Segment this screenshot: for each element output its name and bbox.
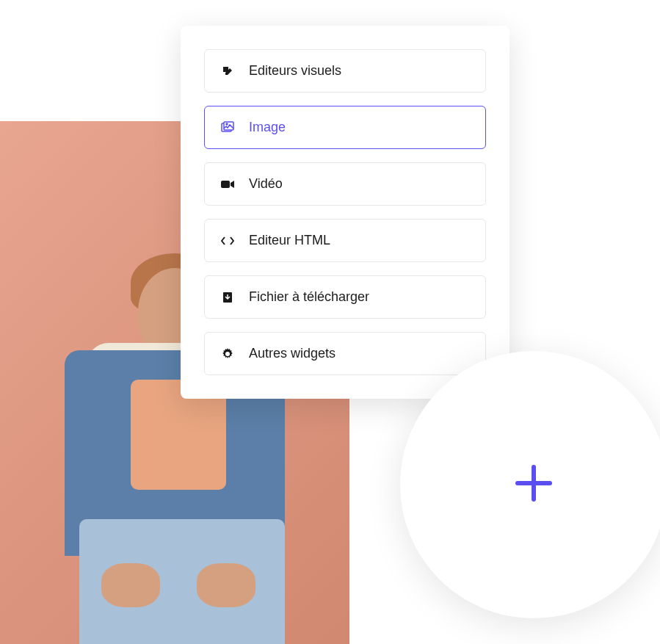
widget-option-html-editor[interactable]: Editeur HTML — [204, 219, 486, 262]
widget-option-file-download[interactable]: Fichier à télécharger — [204, 275, 486, 319]
gear-icon — [221, 347, 234, 361]
widget-label: Vidéo — [249, 176, 283, 192]
widget-option-visual-editors[interactable]: Editeurs visuels — [204, 49, 486, 93]
image-icon — [221, 121, 234, 134]
svg-rect-3 — [221, 181, 230, 188]
widget-option-other-widgets[interactable]: Autres widgets — [204, 332, 486, 375]
widget-label: Fichier à télécharger — [249, 289, 369, 305]
edit-icon — [221, 65, 234, 78]
widget-label: Autres widgets — [249, 346, 336, 361]
widget-option-image[interactable]: Image — [204, 106, 486, 149]
widget-label: Image — [249, 120, 286, 135]
download-icon — [221, 291, 234, 304]
widget-selector-panel: Editeurs visuels Image Vidéo Edi — [181, 26, 509, 399]
widget-label: Editeurs visuels — [249, 63, 341, 79]
widget-label: Editeur HTML — [249, 233, 330, 248]
svg-point-2 — [226, 123, 228, 125]
widget-option-video[interactable]: Vidéo — [204, 162, 486, 206]
plus-icon — [510, 460, 557, 510]
code-icon — [221, 234, 234, 247]
video-icon — [221, 178, 234, 191]
svg-point-5 — [226, 352, 230, 355]
add-widget-button[interactable] — [400, 351, 660, 618]
